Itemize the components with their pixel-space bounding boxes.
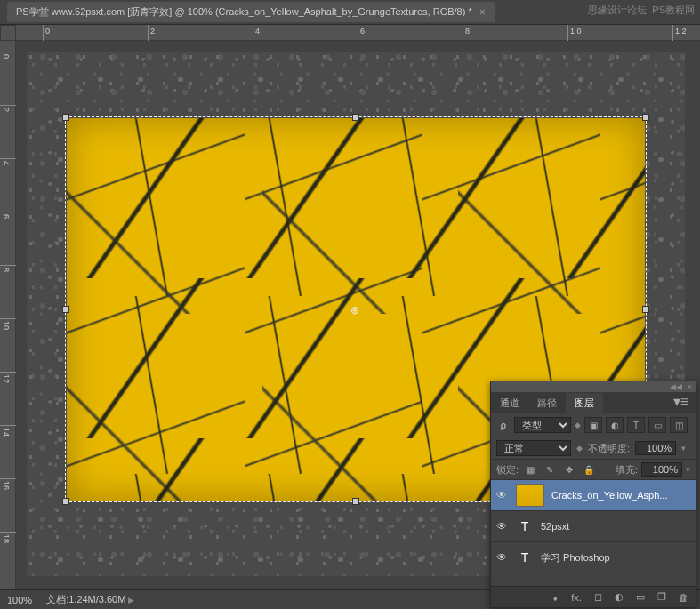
panel-tabs: 通道 路径 图层 ▾≡ [491,392,696,413]
document-tab[interactable]: PS学堂 www.52psxt.com [沥青字效] @ 100% (Crack… [7,2,495,22]
lock-all-icon[interactable]: 🔒 [581,462,597,477]
blend-mode-select[interactable]: 正常 [496,440,571,456]
chevron-down-icon[interactable]: ▾ [681,444,686,453]
panel-footer: ⬧ fx. ◻ ◐ ▭ ❐ 🗑 [491,586,696,607]
panel-header[interactable]: ◀◀ × [491,381,696,392]
document-title: PS学堂 www.52psxt.com [沥青字效] @ 100% (Crack… [16,5,472,19]
layer-row[interactable]: 👁 Cracks_on_Yellow_Asph... [491,480,696,511]
layer-mask-icon[interactable]: ◻ [589,589,607,605]
text-layer-icon: T [516,515,534,538]
transform-handle-ml[interactable] [62,306,69,313]
transform-handle-bl[interactable] [62,498,69,505]
lock-position-icon[interactable]: ✥ [561,462,577,477]
text-layer-icon: T [516,546,534,569]
layer-name[interactable]: 学习 Photoshop [541,551,690,565]
layer-fx-icon[interactable]: fx. [567,589,585,605]
layer-row[interactable]: 👁 T 学习 Photoshop [491,542,696,573]
opacity-input[interactable] [635,441,676,455]
lock-label: 锁定: [496,463,519,477]
transform-handle-tc[interactable] [352,114,359,121]
adjustment-layer-icon[interactable]: ◐ [610,589,628,605]
fill-input[interactable] [641,462,682,477]
layer-thumbnail[interactable] [516,484,544,507]
panel-menu-icon[interactable]: ▾≡ [666,389,696,413]
new-layer-icon[interactable]: ❐ [653,589,671,605]
lock-brush-icon[interactable]: ✎ [542,462,558,477]
filter-adjustment-icon[interactable]: ◐ [606,417,624,433]
blend-mode-row: 正常 ◆ 不透明度: ▾ [491,437,696,460]
transform-handle-mr[interactable] [642,306,649,313]
search-icon: ρ [496,419,511,431]
tab-channels[interactable]: 通道 [491,393,528,413]
opacity-label: 不透明度: [588,442,630,455]
link-layers-icon[interactable]: ⬧ [546,589,564,605]
tab-layers[interactable]: 图层 [566,393,603,413]
filter-pixel-icon[interactable]: ▣ [584,417,602,433]
layer-filter-row: ρ 类型 ◆ ▣ ◐ T ▭ ◫ [491,413,696,437]
fill-label: 填充: [616,463,638,477]
layers-panel: ◀◀ × 通道 路径 图层 ▾≡ ρ 类型 ◆ ▣ ◐ T ▭ ◫ 正常 ◆ 不… [490,381,696,608]
watermark-top: 思缘设计论坛 PS教程网 [588,4,695,17]
tab-paths[interactable]: 路径 [528,393,566,413]
layer-name[interactable]: Cracks_on_Yellow_Asph... [551,490,690,501]
transform-handle-tr[interactable] [642,114,649,121]
zoom-level[interactable]: 100% [7,595,32,605]
document-size[interactable]: 文档:1.24M/3.60M ▶ [46,593,134,606]
visibility-eye-icon[interactable]: 👁 [496,489,509,501]
ruler-vertical[interactable]: 024681012141618 [0,41,16,589]
filter-text-icon[interactable]: T [627,417,645,433]
ruler-horizontal[interactable]: 024681 01 2 [16,25,700,41]
transform-handle-tl[interactable] [62,114,69,121]
transform-handle-bc[interactable] [352,498,359,505]
ruler-origin[interactable] [0,25,16,41]
group-icon[interactable]: ▭ [632,589,649,605]
chevron-down-icon: ◆ [576,444,583,453]
chevron-down-icon: ◆ [575,421,581,429]
chevron-right-icon: ▶ [128,596,134,605]
lock-pixels-icon[interactable]: ▦ [522,462,538,477]
layer-name[interactable]: 52psxt [541,521,690,532]
trash-icon[interactable]: 🗑 [674,589,692,605]
transform-center-icon[interactable]: ⊕ [350,304,361,315]
close-tab-icon[interactable]: × [479,6,486,19]
lock-row: 锁定: ▦ ✎ ✥ 🔒 填充: ▾ [491,460,696,480]
layers-list: 👁 Cracks_on_Yellow_Asph... 👁 T 52psxt 👁 … [491,480,696,573]
visibility-eye-icon[interactable]: 👁 [496,520,509,533]
layer-row[interactable]: 👁 T 52psxt [491,511,696,542]
chevron-down-icon[interactable]: ▾ [686,465,690,474]
filter-shape-icon[interactable]: ▭ [648,417,666,433]
filter-type-select[interactable]: 类型 [514,417,571,433]
visibility-eye-icon[interactable]: 👁 [496,551,509,564]
filter-smart-icon[interactable]: ◫ [670,417,688,433]
